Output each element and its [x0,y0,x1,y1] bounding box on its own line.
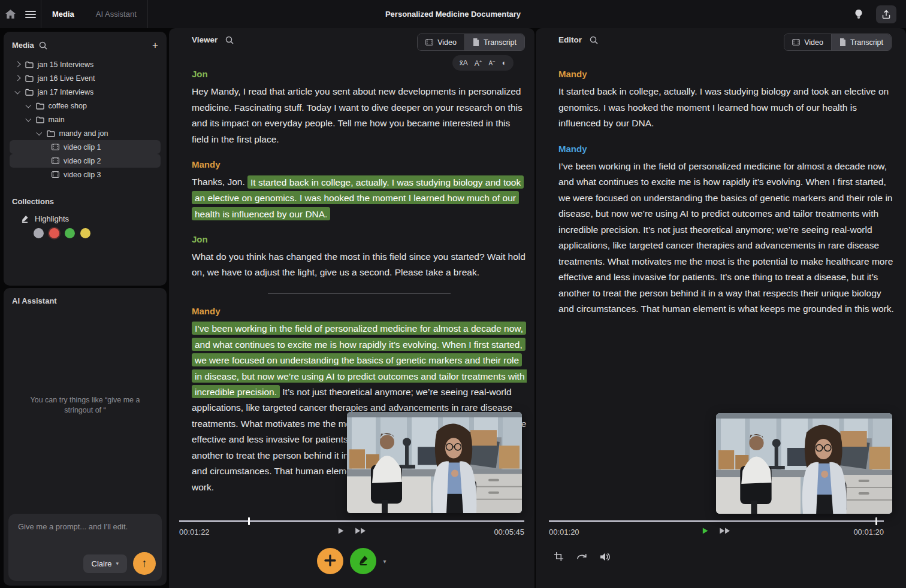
viewer-fast-forward-button[interactable] [355,527,367,537]
highlighter-icon [20,214,29,223]
collection-label: Highlights [35,214,69,223]
media-panel: Media + jan 15 Interviewsjan 16 Live Eve… [4,32,167,286]
viewer-play-button[interactable] [337,527,345,537]
plain-text[interactable]: It started back in college, actually. I … [558,86,889,128]
search-icon[interactable] [590,36,598,44]
chevron-down-icon[interactable] [26,102,31,107]
viewer-current-time: 00:01:22 [179,528,221,537]
tips-button[interactable] [848,9,869,20]
plain-text[interactable]: Hey Mandy, I read that article you sent … [192,86,523,144]
transcript-paragraph[interactable]: MandyIt started back in college, actuall… [558,69,898,132]
ai-prompt-actions: Claire ▾ ↑ [83,552,156,575]
viewer-view-toggle: Video Transcript [417,34,525,51]
tab-media[interactable]: Media [41,0,85,28]
chevron-down-icon[interactable] [15,88,20,93]
transcript-text[interactable]: What do you think has changed the most i… [192,249,527,281]
chevron-right-icon[interactable] [15,62,20,67]
speaker-label[interactable]: Mandy [192,306,527,316]
export-button[interactable] [876,5,896,23]
media-folder-jan-16-live-event[interactable]: jan 16 Live Event [10,71,161,85]
paragraph-divider [268,293,451,294]
viewer-video-tab[interactable]: Video [418,34,464,50]
media-folder-mandy-and-jon[interactable]: mandy and jon [10,126,161,140]
media-folder-jan-15-interviews[interactable]: jan 15 Interviews [10,57,161,71]
chevron-down-icon[interactable] [26,116,31,121]
media-folder-main[interactable]: main [10,113,161,126]
voice-select-button[interactable]: Claire ▾ [83,554,128,573]
fast-forward-icon [355,527,367,537]
viewer-progress-bar[interactable] [179,520,524,522]
highlight-color-dots [12,223,158,238]
ai-assistant-panel: AI Assistant You can try things like “gi… [4,288,167,586]
sidebar: Media + jan 15 Interviewsjan 16 Live Eve… [0,28,167,588]
menu-button[interactable] [20,0,41,28]
transcript-paragraph[interactable]: JonWhat do you think has changed the mos… [192,234,527,281]
highlight-color-dot-4[interactable] [80,228,90,238]
plain-text[interactable]: I’ve been working in the field of person… [558,161,894,314]
speaker-label[interactable]: Jon [192,234,527,244]
media-folder-coffee-shop[interactable]: coffee shop [10,99,161,113]
editor-fast-forward-button[interactable] [719,527,732,537]
media-clip-video-clip-3[interactable]: video clip 3 [10,168,161,181]
chevron-right-icon[interactable] [15,75,20,81]
search-icon[interactable] [225,36,234,44]
editor-video-tab[interactable]: Video [784,34,831,50]
transcript-text[interactable]: It started back in college, actually. I … [558,84,898,132]
editor-transcript-tab[interactable]: Transcript [831,34,891,50]
ai-assistant-title: AI Assistant [4,288,167,305]
tree-item-label: video clip 1 [64,143,101,151]
send-prompt-button[interactable]: ↑ [133,552,156,575]
transcript-paragraph[interactable]: MandyThanks, Jon. It started back in col… [192,159,527,222]
transcript-text[interactable]: I’ve been working in the field of person… [558,159,898,317]
speaker-label[interactable]: Mandy [192,159,527,169]
viewer-transcript-tab-label: Transcript [484,38,517,47]
editor-play-button[interactable] [701,527,709,537]
volume-button[interactable] [600,552,611,564]
tree-item-label: video clip 2 [64,157,101,165]
editor-progress-bar[interactable] [549,520,884,522]
collection-item-highlights[interactable]: Highlights [12,214,158,223]
viewer-total-time: 00:05:45 [482,528,524,537]
editor-header: Editor [558,35,598,44]
speaker-label[interactable]: Mandy [558,69,898,79]
play-icon [701,527,709,537]
chevron-down-icon: ▾ [116,560,119,566]
highlight-options-button[interactable]: ▾ [383,558,386,565]
plain-text[interactable]: Thanks, Jon. [192,177,247,187]
transcript-text[interactable]: Thanks, Jon. It started back in college,… [192,174,527,222]
film-icon [425,39,433,46]
app-window: Media AI Assistant Personalized Medicine… [0,0,906,588]
chevron-down-icon[interactable] [37,129,42,135]
transcript-paragraph[interactable]: MandyI’ve been working in the field of p… [558,144,898,317]
highlight-button[interactable] [350,548,376,574]
viewer-panel: Viewer Video Transcript [169,28,534,588]
viewer-transcript-tab[interactable]: Transcript [464,34,524,50]
media-clip-video-clip-2[interactable]: video clip 2 [10,154,161,168]
speaker-label[interactable]: Mandy [558,144,898,154]
add-media-button[interactable]: + [152,40,158,50]
plain-text[interactable]: What do you think has changed the most i… [192,251,526,278]
home-button[interactable] [0,0,20,28]
replace-clip-button[interactable] [576,551,588,564]
viewer-video-thumbnail[interactable] [347,412,522,513]
speaker-label[interactable]: Jon [192,69,527,79]
viewer-playhead[interactable] [248,517,250,525]
crop-button[interactable] [554,551,564,564]
media-folder-jan-17-interviews[interactable]: jan 17 Interviews [10,85,161,99]
collections-title: Collections [12,197,158,206]
editor-video-thumbnail[interactable] [716,413,892,514]
add-to-editor-button[interactable] [317,548,343,574]
film-icon [52,157,59,164]
highlight-color-dot-2[interactable] [49,228,59,238]
transcript-text[interactable]: Hey Mandy, I read that article you sent … [192,84,527,147]
editor-playhead[interactable] [875,517,877,525]
highlight-color-dot-3[interactable] [65,228,75,238]
volume-icon [600,552,611,564]
tree-item-label: mandy and jon [59,129,108,138]
transcript-paragraph[interactable]: JonHey Mandy, I read that article you se… [192,69,527,147]
media-clip-video-clip-1[interactable]: video clip 1 [10,140,161,154]
search-icon[interactable] [39,41,47,50]
tab-ai-assistant[interactable]: AI Assistant [85,0,147,28]
highlight-color-dot-1[interactable] [34,228,44,238]
ai-prompt-input[interactable]: Give me a prompt... and I'll edit. Clair… [8,514,162,581]
